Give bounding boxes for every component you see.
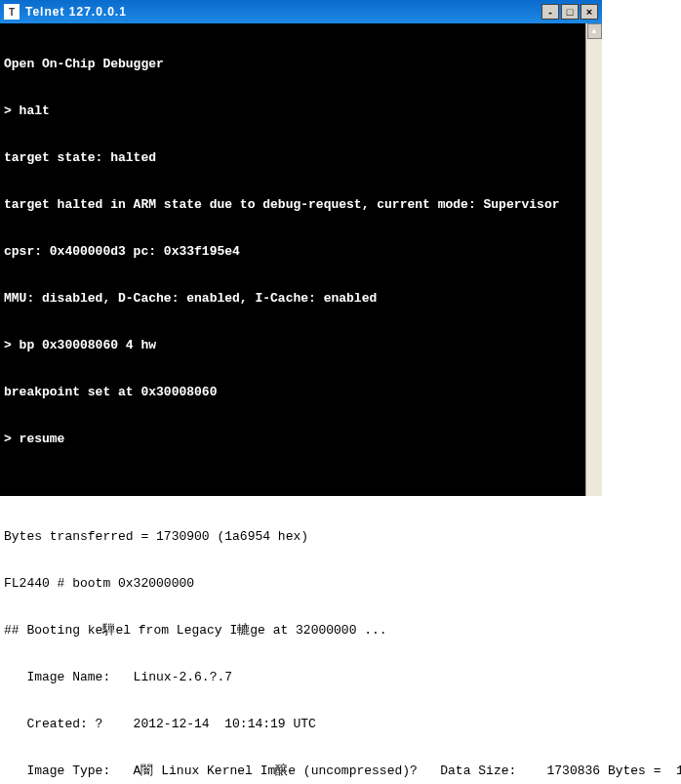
scrollbar[interactable]: ▲	[585, 23, 602, 496]
terminal-line: Open On-Chip Debugger	[4, 57, 581, 72]
output-line: Image Name: Linux-2.6.?.7	[4, 670, 677, 685]
output-line: Image Type: A闇 Linux Kernel Im醸e (uncomp…	[4, 763, 677, 779]
terminal-line: MMU: disabled, D-Cache: enabled, I-Cache…	[4, 291, 581, 307]
output-line: Bytes transferred = 1730900 (1a6954 hex)	[4, 529, 677, 545]
terminal-line: > resume	[4, 432, 581, 447]
telnet-terminal-1[interactable]: Open On-Chip Debugger > halt target stat…	[0, 23, 585, 496]
window-titlebar: T Telnet 127.0.0.1 - □ ×	[0, 0, 602, 23]
close-button[interactable]: ×	[581, 4, 598, 20]
output-line: Created: ? 2012-12-14 10:14:19 UTC	[4, 717, 677, 732]
output-line: ## Booting ke騨el from Legacy I轆ge at 320…	[4, 623, 677, 639]
output-line: FL2440 # bootm 0x32000000	[4, 576, 677, 592]
app-icon: T	[4, 4, 20, 20]
maximize-button[interactable]: □	[561, 4, 579, 20]
terminal-line: > bp 0x30008060 4 hw	[4, 338, 581, 353]
terminal-line: cpsr: 0x400000d3 pc: 0x33f195e4	[4, 244, 581, 260]
minimize-button[interactable]: -	[541, 4, 559, 20]
serial-output-1: Bytes transferred = 1730900 (1a6954 hex)…	[0, 496, 681, 784]
terminal-line: target halted in ARM state due to debug-…	[4, 197, 581, 213]
terminal-line: target state: halted	[4, 150, 581, 166]
window-title: Telnet 127.0.0.1	[25, 5, 540, 19]
scroll-up-icon[interactable]: ▲	[587, 23, 602, 39]
terminal-line: > halt	[4, 103, 581, 119]
terminal-line: breakpoint set at 0x30008060	[4, 385, 581, 400]
